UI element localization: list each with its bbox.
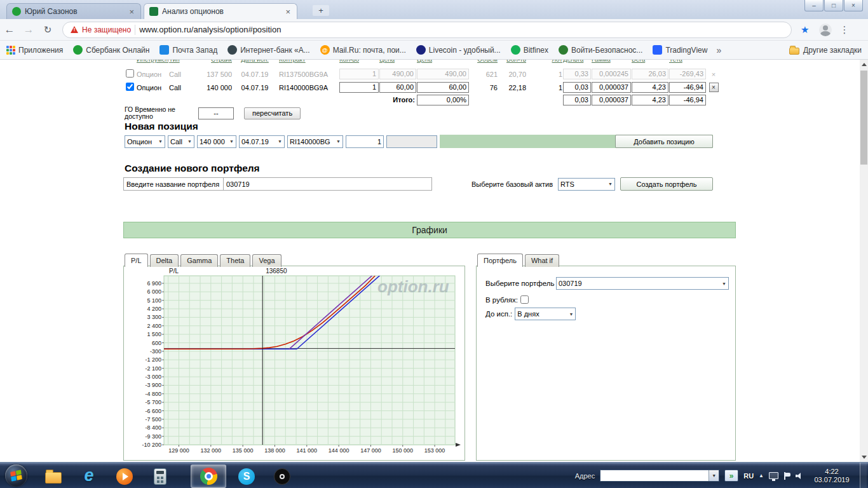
taskbar-app-icon[interactable] [264, 464, 300, 488]
scroll-thumb[interactable] [860, 71, 867, 165]
chevron-down-icon: ▼ [336, 139, 341, 144]
browser-tab-2[interactable]: Анализ опционов × [144, 3, 297, 19]
portfolio-select[interactable]: 030719▼ [556, 277, 729, 290]
rubles-checkbox[interactable] [520, 295, 529, 304]
action-center-icon[interactable] [783, 472, 790, 480]
add-position-button[interactable]: Добавить позицию [615, 135, 713, 148]
minimize-button[interactable]: – [804, 0, 824, 11]
bookmark-item[interactable]: @Mail.Ru: почта, пои... [320, 45, 406, 55]
profile-avatar[interactable] [819, 24, 832, 36]
position-enabled-checkbox[interactable] [126, 69, 134, 78]
base-asset-select[interactable]: RTS▼ [558, 178, 615, 191]
web-page: ИнструментТипСтрайкДата исп.КонтрактКол-… [0, 60, 868, 462]
security-warning-label[interactable]: Не защищено [82, 25, 131, 34]
bookmark-item[interactable]: TradingView [653, 45, 707, 55]
chart-tab-vega[interactable]: Vega [252, 254, 281, 267]
bookmark-item[interactable]: Почта Запад [159, 45, 217, 55]
taskbar-mediaplayer-icon[interactable] [107, 464, 142, 488]
taskbar-skype-icon[interactable] [229, 464, 264, 488]
taskbar-ie-icon[interactable] [71, 464, 107, 488]
recalc-button[interactable]: пересчитать [244, 107, 301, 119]
page-scrollbar[interactable] [860, 60, 868, 462]
column-header[interactable]: Цена [379, 60, 416, 63]
portfolio-tab-0[interactable]: Портфель [477, 254, 523, 267]
show-desktop-button[interactable] [860, 463, 867, 488]
tab-close-icon[interactable]: × [128, 7, 135, 17]
column-header[interactable]: Объем [470, 60, 498, 63]
address-input[interactable]: ▼ [600, 470, 719, 482]
hidden-icons-button[interactable]: ▲ [759, 473, 764, 478]
bookmark-item[interactable]: Интернет-банк «А... [227, 45, 310, 55]
bookmark-item[interactable]: Приложения [6, 46, 63, 55]
taskbar-explorer-icon[interactable] [36, 464, 71, 488]
column-header[interactable]: Лот [527, 60, 562, 63]
chevron-down-icon[interactable]: ▼ [709, 470, 719, 481]
bookmark-item[interactable]: Livecoin - удобный... [416, 45, 501, 55]
contract-select[interactable]: RI140000BG▼ [287, 135, 343, 148]
bookmark-item[interactable]: Bitfinex [511, 45, 548, 55]
days-select[interactable]: В днях▼ [515, 308, 576, 320]
taskbar-chrome-icon[interactable] [191, 464, 226, 488]
column-header[interactable]: Вега [632, 60, 668, 63]
portfolio-tab-1[interactable]: What if [525, 254, 559, 267]
volume-icon[interactable] [796, 472, 804, 480]
column-header[interactable]: Тип [169, 60, 192, 63]
bookmark-star-icon[interactable]: ★ [801, 24, 809, 36]
svg-text:6 000: 6 000 [147, 288, 161, 295]
portfolio-name-input[interactable]: 030719 [224, 177, 432, 191]
column-header[interactable]: Вол-ть [498, 60, 526, 63]
close-button[interactable]: × [844, 0, 863, 11]
column-header[interactable]: Инструмент [137, 60, 168, 63]
column-header[interactable]: Кол-во [339, 60, 379, 63]
option-type-select[interactable]: Call▼ [168, 135, 194, 148]
delete-position-button[interactable]: × [709, 83, 719, 92]
internet-bank-favicon [227, 45, 237, 55]
bookmark-item[interactable]: Сбербанк Онлайн [73, 45, 149, 55]
scroll-up-icon[interactable] [860, 60, 868, 69]
column-header[interactable]: Дата исп. [233, 60, 277, 63]
create-portfolio-button[interactable]: Создать портфель [620, 177, 713, 191]
instrument-select[interactable]: Опцион▼ [125, 135, 165, 148]
chart-tab-delta[interactable]: Delta [150, 254, 179, 267]
svg-text:141 000: 141 000 [297, 447, 318, 454]
omnibox[interactable]: Не защищено www.option.ru/analysis/optio… [62, 22, 792, 38]
bookmark-item[interactable]: Войти-Безопаснос... [559, 45, 642, 55]
clock[interactable]: 4:22 03.07.2019 [809, 468, 855, 484]
column-header[interactable]: Дельта [563, 60, 591, 63]
network-icon[interactable] [769, 472, 778, 479]
page-url[interactable]: www.option.ru/analysis/option#position [139, 25, 281, 34]
start-button[interactable] [5, 464, 27, 487]
chart-tab-theta[interactable]: Theta [220, 254, 250, 267]
address-go-button[interactable]: » [724, 470, 738, 482]
taskbar-calculator-icon[interactable] [142, 464, 178, 488]
column-header[interactable]: Гамма [592, 60, 631, 63]
strike-select[interactable]: 140 000▼ [197, 135, 236, 148]
bookmarks-overflow-icon[interactable]: » [716, 45, 721, 55]
language-indicator[interactable]: RU [743, 472, 754, 480]
chart-tab-gamma[interactable]: Gamma [180, 254, 218, 267]
portfolio-select-label: Выберите портфель [485, 280, 556, 287]
browser-tab-1[interactable]: Юрий Сазонов × [6, 3, 141, 19]
bookmarks-items: ПриложенияСбербанк ОнлайнПочта ЗападИнте… [6, 45, 707, 55]
delete-position-button[interactable]: × [712, 71, 715, 78]
position-enabled-checkbox[interactable] [126, 83, 134, 91]
tab-close-icon[interactable]: × [284, 7, 292, 17]
column-header[interactable]: Цена [417, 60, 469, 63]
other-bookmarks-button[interactable]: Другие закладки [789, 46, 862, 55]
chevron-down-icon: ▼ [278, 139, 282, 144]
qty2-input[interactable] [386, 135, 437, 148]
new-tab-button[interactable]: + [313, 5, 329, 16]
column-header[interactable]: Страйк [193, 60, 232, 63]
reload-button[interactable]: ↻ [38, 24, 57, 36]
qty-input[interactable]: 1 [346, 135, 384, 148]
chart-tab-pl[interactable]: P/L [125, 254, 148, 267]
column-header[interactable]: Тета [669, 60, 706, 63]
back-button[interactable]: ← [0, 24, 19, 36]
maximize-button[interactable]: □ [824, 0, 843, 11]
column-header[interactable]: Контракт [278, 60, 339, 63]
browser-menu-icon[interactable]: ⋮ [839, 24, 849, 36]
position-row: ОпционCall140 00004.07.19RI140000BG9A160… [123, 81, 736, 94]
expiry-select[interactable]: 04.07.19▼ [239, 135, 285, 148]
forward-button[interactable]: → [19, 24, 38, 36]
scroll-down-icon[interactable] [860, 452, 868, 462]
